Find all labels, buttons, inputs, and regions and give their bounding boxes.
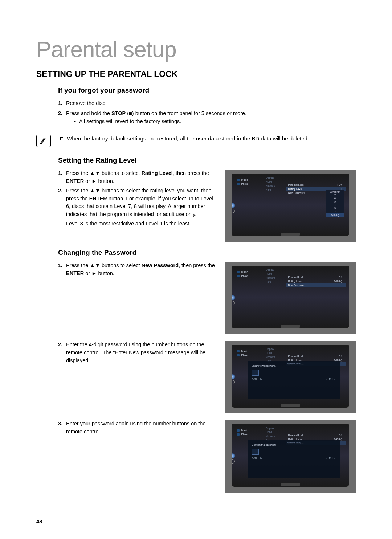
screenshot-new-password: Music Photo Display HDMI Network Pare Pa… xyxy=(225,262,356,334)
page-title: Parental setup xyxy=(36,36,356,62)
overlay-return-hint: ↩ Return xyxy=(326,378,336,381)
step-number: 1. xyxy=(58,262,62,270)
tab-display: Display xyxy=(264,426,286,430)
tab-hdmi: HDMI xyxy=(264,351,286,355)
step-text-mid: ( xyxy=(126,110,129,116)
password-step-3: 3. Enter your password again using the n… xyxy=(58,420,219,436)
lbl-rating-level: Rating Level xyxy=(288,280,302,282)
note-body: When the factory default settings are re… xyxy=(60,135,356,143)
forgot-step-1: 1. Remove the disc. xyxy=(58,99,356,107)
val-parental-lock: : Off xyxy=(337,355,342,358)
tab-network: Network xyxy=(264,276,286,280)
rating-step-1: 1. Press the ▲▼ buttons to select Rating… xyxy=(58,170,219,185)
t: Enter the 4-digit password using the num… xyxy=(66,342,205,363)
menu-music: Music xyxy=(241,350,248,352)
overlay-return-hint: ↩ Return xyxy=(326,457,336,460)
step-text-pre: Press and hold the xyxy=(66,110,111,116)
tab-parental: Pare xyxy=(264,188,286,192)
gear-icon xyxy=(232,459,235,464)
screenshot-rating-level: Music Photo Display HDMI Network Pare Pa… xyxy=(225,170,356,242)
t: , then press the xyxy=(173,170,209,176)
val-parental-lock: : Off xyxy=(337,184,342,186)
step-number: 1. xyxy=(58,170,62,177)
section-heading: SETTING UP THE PARENTAL LOCK xyxy=(36,69,356,79)
menu-photo: Photo xyxy=(241,275,248,277)
lbl-parental-lock: Parental Lock xyxy=(288,184,304,186)
dd-3: 3 xyxy=(326,207,344,210)
menu-music: Music xyxy=(241,179,248,181)
tab-display: Display xyxy=(264,176,286,180)
val-rating-level: : 1(Kids) xyxy=(332,280,342,282)
password-step-1: 1. Press the ▲▼ buttons to select New Pa… xyxy=(58,262,219,278)
lbl-parental-lock: Parental Lock xyxy=(288,276,304,278)
t: buttons to select xyxy=(100,170,142,176)
t: button. xyxy=(97,270,114,276)
t: Enter your password again using the numb… xyxy=(66,421,206,434)
lbl-parental-lock: Parental Lock xyxy=(288,355,304,358)
dd-8: 8(Adults) xyxy=(326,190,344,193)
t: Level 8 is the most restrictive and Leve… xyxy=(66,221,191,226)
stop-icon: ■ xyxy=(129,110,132,116)
rating-step-2: 2. Press the ▲▼ buttons to select the ra… xyxy=(58,187,219,219)
step-number: 1. xyxy=(58,99,62,107)
forgot-steps-list: 1. Remove the disc. 2. Press and hold th… xyxy=(58,99,356,125)
step-number: 2. xyxy=(58,110,62,118)
screenshot-confirm-password: Music Photo Display HDMI Network Pare Pa… xyxy=(225,420,356,493)
menu-photo: Photo xyxy=(241,433,248,436)
tab-parental: Pare xyxy=(264,280,286,284)
overlay-msg: Confirm the password. xyxy=(252,444,336,446)
t: Press the xyxy=(66,170,90,176)
val-parental-lock: : Off xyxy=(337,276,342,278)
dd-5: 5 xyxy=(326,200,344,203)
screenshot-enter-password: Music Photo Display HDMI Network Pare Pa… xyxy=(225,341,356,413)
lbl-new-password: New Password xyxy=(288,284,305,286)
stop-label: STOP xyxy=(111,110,126,116)
t: button. xyxy=(97,178,114,184)
right-icon: ► xyxy=(91,270,97,276)
password-input-box xyxy=(252,370,259,376)
step-text: Remove the disc. xyxy=(66,100,107,106)
t: or xyxy=(84,178,91,184)
dd-2: 2 xyxy=(326,210,344,213)
rating-level-label: Rating Level xyxy=(142,170,173,176)
rating-dropdown: 8(Adults) 7 6 5 4 3 2 1(Kids) xyxy=(326,190,344,217)
dd-7: 7 xyxy=(326,193,344,197)
t: Press the xyxy=(66,188,90,193)
overlay-msg: Enter New password. xyxy=(252,364,336,367)
up-down-icon: ▲▼ xyxy=(90,170,100,176)
forgot-step-2: 2. Press and hold the STOP (■) button on… xyxy=(58,110,356,126)
menu-photo: Photo xyxy=(241,183,248,185)
password-overlay: Parental Setup Confirm the password. 0-9… xyxy=(248,440,340,478)
enter-label: ENTER xyxy=(89,196,107,201)
forgot-password-heading: If you forgot your password xyxy=(58,86,356,94)
menu-music: Music xyxy=(241,271,248,273)
lbl-rating-level: Rating Level xyxy=(288,188,302,190)
t: or xyxy=(84,270,91,276)
page-number: 48 xyxy=(36,518,42,524)
step-number: 2. xyxy=(58,187,62,195)
disc-icon xyxy=(232,295,235,300)
new-password-label: New Password xyxy=(142,262,179,268)
lbl-new-password: New Password xyxy=(288,192,305,194)
t: buttons to select xyxy=(100,262,142,268)
val-parental-lock: : Off xyxy=(337,434,342,437)
disc-icon xyxy=(232,374,235,379)
tab-display: Display xyxy=(264,347,286,351)
rating-level-heading: Setting the Rating Level xyxy=(58,156,356,164)
step-text-post: ) button on the front panel for 5 second… xyxy=(132,110,246,116)
disc-icon xyxy=(232,453,235,458)
dd-6: 6 xyxy=(326,197,344,200)
dd-1: 1(Kids) xyxy=(326,213,344,217)
dd-4: 4 xyxy=(326,203,344,207)
step-number: 2. xyxy=(58,341,62,349)
tab-hdmi: HDMI xyxy=(264,272,286,276)
tab-network: Network xyxy=(264,184,286,188)
step-number: 3. xyxy=(58,420,62,428)
t: , then press the xyxy=(179,262,215,268)
password-input-box xyxy=(252,449,259,455)
t: Press the xyxy=(66,262,90,268)
up-down-icon: ▲▼ xyxy=(90,188,100,193)
changing-password-heading: Changing the Password xyxy=(58,249,356,257)
note-icon xyxy=(36,135,51,147)
gear-icon xyxy=(232,209,235,213)
